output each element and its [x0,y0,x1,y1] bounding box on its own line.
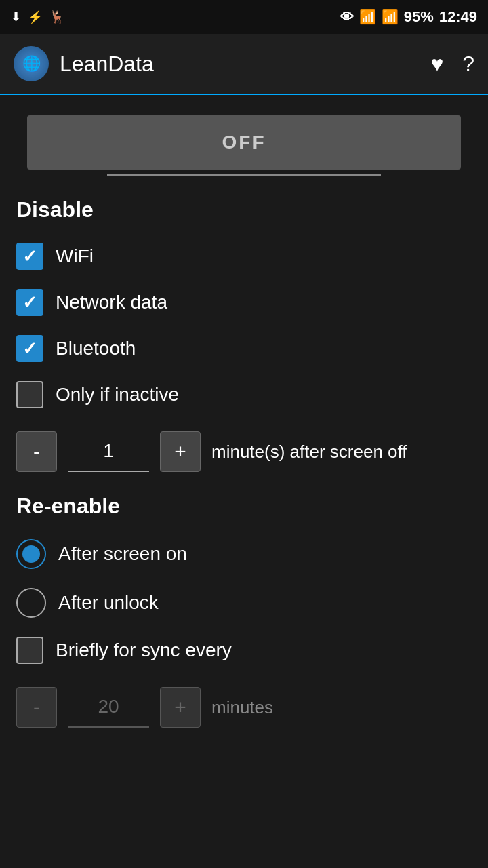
flash-icon: ⚡ [28,9,43,24]
sync-label: Briefly for sync every [56,639,232,661]
main-toggle-button[interactable]: OFF [27,115,461,170]
sync-increment-button[interactable]: + [160,687,201,728]
after-screen-on-label: After screen on [58,543,187,565]
app-bar-left: 🌐 LeanData [14,46,154,81]
toggle-underline [107,174,380,176]
after-unlock-radio-item: After unlock [16,578,472,627]
minute-counter-row: - + minute(s) after screen off [16,431,472,472]
status-bar-left: ⬇ ⚡ 🦌 [11,9,64,24]
status-bar-right: 👁 📶 📶 95% 12:49 [340,8,477,26]
wifi-checkbox-item: WiFi [16,233,472,279]
network-data-label: Network data [56,292,167,313]
status-bar: ⬇ ⚡ 🦌 👁 📶 📶 95% 12:49 [0,0,488,34]
network-data-checkbox-item: Network data [16,279,472,326]
only-if-inactive-checkbox[interactable] [16,381,43,408]
deer-icon: 🦌 [49,9,64,24]
disable-section: Disable WiFi Network data Bluetooth Only… [16,197,472,472]
network-data-checkbox[interactable] [16,289,43,316]
favorite-button[interactable]: ♥ [430,52,443,77]
sync-checkbox[interactable] [16,637,43,664]
wifi-icon: 📶 [359,9,376,25]
app-bar: 🌐 LeanData ♥ ? [0,34,488,95]
bluetooth-checkbox[interactable] [16,335,43,362]
after-screen-on-radio-item: After screen on [16,530,472,578]
help-button[interactable]: ? [462,52,474,77]
sync-counter-input [68,687,149,728]
minute-counter-input[interactable] [68,431,149,472]
clock: 12:49 [439,8,477,26]
main-content: OFF Disable WiFi Network data Bluetooth … [0,95,488,755]
sync-minutes-label: minutes [211,697,273,718]
signal-icon: 📶 [382,9,399,25]
minute-decrement-button[interactable]: - [16,431,57,472]
toggle-off-label: OFF [222,132,266,153]
disable-header: Disable [16,197,472,222]
app-bar-right: ♥ ? [430,52,474,77]
app-logo: 🌐 [14,46,49,81]
sync-counter-row: - + minutes [16,687,472,728]
battery-charging-icon: ⬇ [11,9,21,24]
wifi-checkbox[interactable] [16,243,43,270]
after-screen-on-radio[interactable] [16,539,46,569]
bluetooth-checkbox-item: Bluetooth [16,326,472,372]
battery-percentage: 95% [404,8,434,26]
after-unlock-radio[interactable] [16,588,46,618]
wifi-label: WiFi [56,245,94,267]
sync-checkbox-item: Briefly for sync every [16,627,472,673]
minute-increment-button[interactable]: + [160,431,201,472]
bluetooth-label: Bluetooth [56,338,136,359]
sync-decrement-button[interactable]: - [16,687,57,728]
after-unlock-label: After unlock [58,592,159,614]
only-if-inactive-checkbox-item: Only if inactive [16,372,472,418]
globe-icon: 🌐 [22,55,41,73]
visibility-icon: 👁 [340,9,354,25]
minute-suffix: minute(s) after screen off [211,441,472,462]
app-title: LeanData [60,52,154,77]
reenable-header: Re-enable [16,494,472,519]
reenable-section: Re-enable After screen on After unlock B… [16,494,472,728]
only-if-inactive-label: Only if inactive [56,384,179,406]
